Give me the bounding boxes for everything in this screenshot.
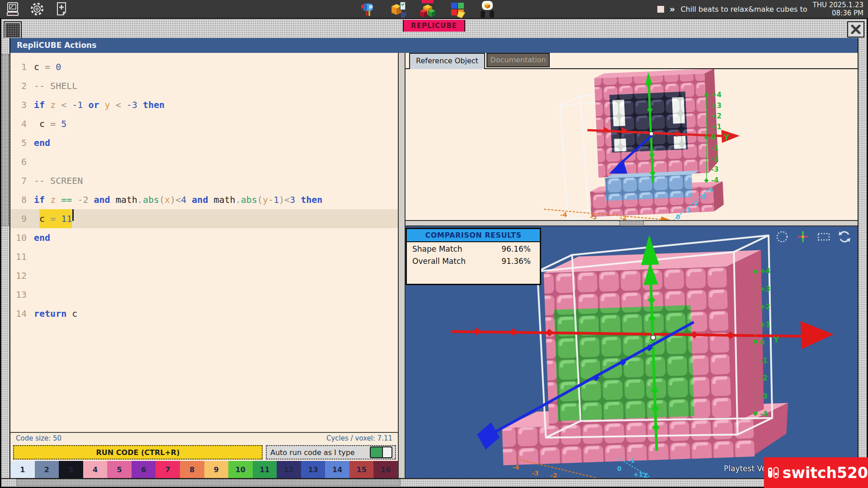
rotate-view-icon[interactable] [838,230,851,244]
play-view[interactable]: +4+3+2+10-1-2-3-4Y-4-3-2-10+1Z COMPARISO… [406,226,858,478]
code-line[interactable]: 14return c [10,304,398,323]
palette-color-13[interactable]: 13 [301,461,326,478]
watermark-text: switch520 [783,464,868,482]
palette-color-14[interactable]: 14 [325,461,349,478]
code-editor[interactable]: 1c = 02-- SHELL3if z < -1 or y < -3 then… [10,53,398,478]
palette-color-6[interactable]: 6 [132,461,156,478]
code-token [110,190,116,209]
code-line[interactable]: 13 [10,285,398,304]
window-menu-button[interactable] [4,21,22,39]
line-number: 14 [10,304,27,323]
code-token: ) [170,190,175,209]
code-token: c [34,57,39,76]
bottom-scrollbar-thumb[interactable] [16,479,401,486]
vertical-divider[interactable] [398,53,406,478]
palette-color-10[interactable]: 10 [228,461,253,478]
palette-grid-icon[interactable] [449,0,466,18]
reference-view[interactable]: +4+3+2+10-1-2-3-4Y0-1-2-3-4-4-3-2 [406,69,858,220]
code-line[interactable]: 6 [10,152,398,171]
cubes-banner-icon[interactable] [419,0,436,18]
move-axes-icon[interactable] [796,230,810,244]
code-token [39,57,45,76]
code-token: c [39,209,45,228]
palette-color-15[interactable]: 15 [349,461,374,478]
topbar-left-icons [5,1,70,17]
code-token: < [175,190,181,209]
palette-color-1[interactable]: 1 [10,461,35,478]
palette-color-3[interactable]: 3 [59,461,83,478]
stop-icon[interactable] [657,6,664,13]
view-controls [775,230,851,244]
mailbox-icon[interactable]: P [359,0,377,18]
run-code-button[interactable]: RUN CODE (CTRL+R) [13,445,263,460]
palette-color-11[interactable]: 11 [253,461,277,478]
code-token: math [116,190,137,209]
horizontal-divider[interactable] [406,220,858,226]
code-token: - [268,190,274,209]
right-scrollbar[interactable] [858,38,867,478]
svg-text:P: P [369,5,373,10]
left-scrollbar-thumb[interactable] [2,54,9,226]
code-token: ( [257,190,263,209]
palette-color-9[interactable]: 9 [204,461,229,478]
code-token: then [301,190,322,209]
code-line[interactable]: 9 c = 11 [10,209,398,228]
axis-label: +3 [711,102,722,110]
axis-label: -3 [711,165,719,174]
new-file-icon[interactable] [53,1,70,17]
clock: THU 2025.1.23 08:36 PM [812,1,863,17]
axis-label: -2 [692,200,699,207]
palette-color-8[interactable]: 8 [180,461,204,478]
watermark: switch520 [764,457,868,488]
palette-color-2[interactable]: 2 [35,461,59,478]
code-token [83,95,88,114]
code-line[interactable]: 1c = 0 [10,57,398,76]
tab-reference-object[interactable]: Reference Object [409,53,485,69]
code-line[interactable]: 5end [10,133,398,152]
code-size-text: Code size: 50 [16,434,61,442]
select-region-icon[interactable] [817,230,830,244]
cube-checklist-icon[interactable] [389,0,406,18]
code-line[interactable]: 2-- SHELL [10,76,398,95]
palette-color-12[interactable]: 12 [277,461,301,478]
code-token [45,114,50,133]
code-token [45,95,50,114]
divider-handle[interactable] [619,221,644,226]
comparison-row-shape: Shape Match 96.16% [407,242,540,254]
code-token: 1 [274,190,279,209]
computer-icon[interactable] [5,1,21,17]
code-line[interactable]: 10end [10,228,398,247]
settings-gear-icon[interactable] [29,1,45,17]
axis-label: -4 [706,186,713,193]
code-token [208,190,213,209]
axis-label: -3 [590,213,597,220]
code-line[interactable]: 4 c = 5 [10,114,398,133]
code-line[interactable]: 8if z == -2 and math.abs(x)<4 and math.a… [10,190,398,209]
code-line[interactable]: 11 [10,247,398,266]
palette-color-7[interactable]: 7 [156,461,180,478]
code-area[interactable]: 1c = 02-- SHELL3if z < -1 or y < -3 then… [10,53,398,432]
code-line[interactable]: 7-- SCREEN [10,171,398,190]
autorun-toggle[interactable] [370,446,392,458]
code-token: 3 [290,190,295,209]
chevrons-icon[interactable]: » [670,4,675,14]
palette-color-5[interactable]: 5 [107,461,132,478]
palette-color-4[interactable]: 4 [83,461,108,478]
code-token [34,114,39,133]
tab-documentation[interactable]: Documentation [486,53,550,67]
code-token: < [284,190,290,209]
close-button[interactable] [847,21,864,38]
code-token: ( [159,190,165,209]
code-line[interactable]: 12 [10,266,398,285]
palette-color-16[interactable]: 16 [373,461,398,478]
axis-label: +2 [760,303,770,311]
axis-label: +1 [760,321,770,329]
orbit-icon[interactable] [775,230,789,244]
code-token: = [45,57,50,76]
code-line[interactable]: 3if z < -1 or y < -3 then [10,95,398,114]
code-token: -3 [127,95,137,114]
code-token [45,190,50,209]
close-icon [851,25,861,34]
chat-cube-icon[interactable] [479,0,496,18]
code-token: 4 [181,190,186,209]
